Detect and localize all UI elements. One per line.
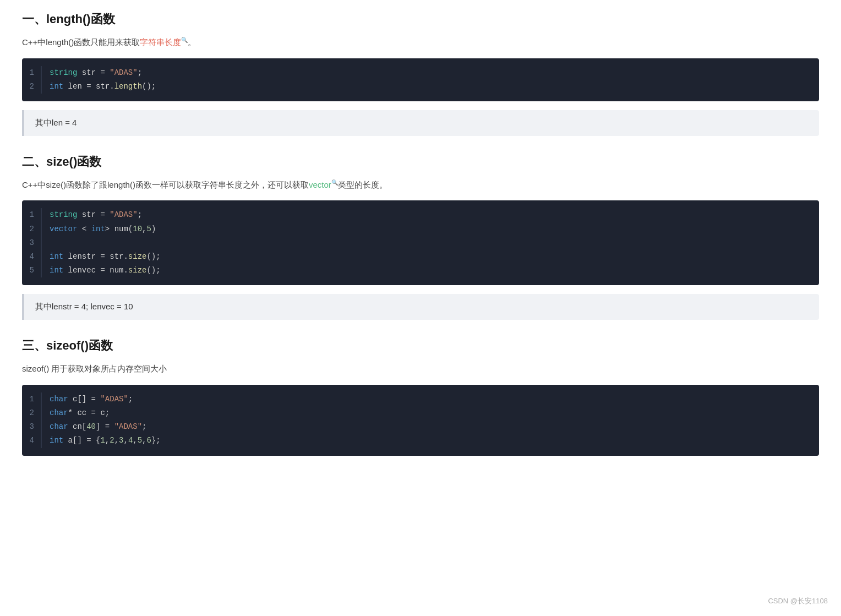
token-type-green: string: [50, 210, 77, 219]
token-plain: ();: [142, 82, 156, 91]
line-content: int lenvec = num.size();: [50, 264, 161, 277]
line-number: 1: [22, 208, 42, 222]
code-line: 4int lenstr = str.size();: [22, 250, 819, 264]
search-icon: 🔍: [181, 37, 188, 43]
line-number: 1: [22, 393, 42, 406]
token-kw: char: [50, 395, 68, 404]
output-block-length: 其中len = 4: [22, 110, 819, 136]
token-kw: int: [50, 436, 63, 445]
line-number: 1: [22, 66, 42, 80]
token-plain: lenstr = str.: [63, 252, 128, 261]
token-plain: * cc = c;: [68, 408, 110, 417]
token-fn: length: [114, 82, 142, 91]
section-title-length: 一、length()函数: [22, 11, 819, 28]
footer-credit: CSDN @长安1108: [768, 596, 828, 606]
code-line: 4int a[] = {1,2,3,4,5,6};: [22, 434, 819, 448]
desc-text-after: 类型的长度。: [338, 180, 387, 189]
token-plain: <: [77, 225, 91, 233]
code-line: 5int lenvec = num.size();: [22, 264, 819, 277]
token-plain: lenvec = num.: [63, 266, 128, 275]
token-str: "ADAS": [110, 68, 137, 77]
token-plain: ] =: [96, 422, 114, 431]
token-plain: ,: [114, 436, 119, 445]
token-plain: str =: [77, 68, 110, 77]
desc-link[interactable]: 字符串长度: [140, 37, 181, 47]
code-line: 3: [22, 236, 819, 250]
token-num-lit: 6: [147, 436, 151, 445]
token-plain: ,: [142, 225, 146, 233]
token-str: "ADAS": [110, 210, 137, 219]
token-plain: c[] =: [68, 395, 101, 404]
token-plain: ;: [138, 68, 142, 77]
section-title-sizeof: 三、sizeof()函数: [22, 337, 819, 354]
code-line: 1char c[] = "ADAS";: [22, 393, 819, 406]
code-block-length: 1string str = "ADAS";2int len = str.leng…: [22, 58, 819, 101]
token-kw: int: [50, 82, 63, 91]
code-block-sizeof: 1char c[] = "ADAS";2char* cc = c;3char c…: [22, 385, 819, 456]
token-num-lit: 40: [86, 422, 96, 431]
token-plain: cn[: [68, 422, 87, 431]
token-plain: };: [151, 436, 161, 445]
token-num-lit: 5: [147, 225, 151, 233]
section-desc-size: C++中size()函数除了跟length()函数一样可以获取字符串长度之外，还…: [22, 178, 819, 192]
token-plain: ();: [146, 252, 160, 261]
line-number: 4: [22, 250, 42, 264]
line-content: char cn[40] = "ADAS";: [50, 420, 146, 434]
desc-text-before: sizeof() 用于获取对象所占内存空间大小: [22, 364, 167, 373]
token-num-lit: 1: [100, 436, 105, 445]
desc-link[interactable]: vector: [309, 180, 331, 189]
token-plain: ,: [123, 436, 128, 445]
token-plain: ();: [146, 266, 160, 275]
token-kw: int: [50, 252, 63, 261]
code-line: 2int len = str.length();: [22, 80, 819, 94]
token-plain: a[] = {: [63, 436, 100, 445]
desc-text-before: C++中length()函数只能用来获取: [22, 37, 140, 47]
line-content: int a[] = {1,2,3,4,5,6};: [50, 434, 161, 448]
desc-text-before: C++中size()函数除了跟length()函数一样可以获取字符串长度之外，还…: [22, 180, 309, 189]
token-plain: len = str.: [63, 82, 114, 91]
line-content: int lenstr = str.size();: [50, 250, 161, 264]
token-plain: ,: [133, 436, 137, 445]
line-number: 3: [22, 420, 42, 434]
token-kw: char: [50, 422, 68, 431]
line-number: 3: [22, 236, 42, 250]
token-str: "ADAS": [114, 422, 142, 431]
desc-text-after: 。: [188, 37, 196, 47]
line-number: 4: [22, 434, 42, 448]
token-plain: ;: [142, 422, 146, 431]
token-plain: > num(: [105, 225, 133, 233]
token-num-lit: 5: [138, 436, 142, 445]
code-line: 1string str = "ADAS";: [22, 66, 819, 80]
line-content: char c[] = "ADAS";: [50, 393, 133, 406]
line-number: 5: [22, 264, 42, 277]
section-length: 一、length()函数C++中length()函数只能用来获取字符串长度🔍。1…: [22, 11, 819, 136]
code-line: 2vector < int> num(10,5): [22, 222, 819, 236]
token-kw: vector: [50, 225, 77, 233]
section-desc-sizeof: sizeof() 用于获取对象所占内存空间大小: [22, 362, 819, 376]
token-plain: str =: [77, 210, 110, 219]
token-plain: ): [151, 225, 156, 233]
line-content: string str = "ADAS";: [50, 208, 142, 222]
token-kw: char: [50, 408, 68, 417]
section-desc-length: C++中length()函数只能用来获取字符串长度🔍。: [22, 35, 819, 50]
token-num-lit: 10: [133, 225, 142, 233]
token-kw: int: [91, 225, 105, 233]
section-title-size: 二、size()函数: [22, 154, 819, 170]
token-plain: ,: [142, 436, 146, 445]
line-number: 2: [22, 80, 42, 94]
search-icon: 🔍: [331, 179, 338, 186]
code-line: 1string str = "ADAS";: [22, 208, 819, 222]
code-line: 2char* cc = c;: [22, 406, 819, 420]
line-content: string str = "ADAS";: [50, 66, 142, 80]
token-num-lit: 2: [110, 436, 114, 445]
token-fn: size: [128, 266, 147, 275]
token-fn: size: [128, 252, 147, 261]
token-plain: ;: [128, 395, 133, 404]
token-kw: int: [50, 266, 63, 275]
token-str: "ADAS": [100, 395, 128, 404]
line-number: 2: [22, 222, 42, 236]
token-type-green: string: [50, 68, 77, 77]
line-content: vector < int> num(10,5): [50, 222, 156, 236]
code-line: 3char cn[40] = "ADAS";: [22, 420, 819, 434]
line-content: int len = str.length();: [50, 80, 156, 94]
